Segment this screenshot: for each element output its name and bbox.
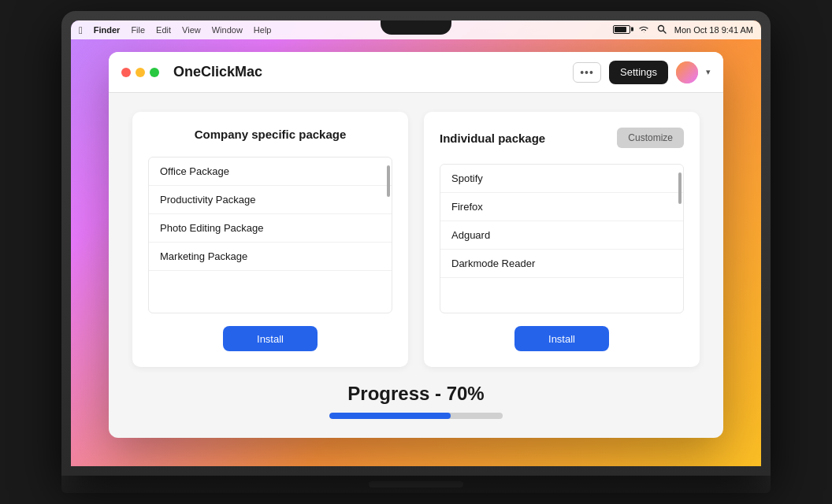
menubar-view[interactable]: View (182, 25, 201, 35)
individual-package-panel: Individual package Customize Spotify Fir… (424, 112, 700, 367)
progress-bar-fill (329, 413, 451, 419)
maximize-button[interactable] (150, 68, 159, 77)
close-button[interactable] (121, 68, 131, 77)
minimize-button[interactable] (136, 68, 145, 77)
wifi-icon (638, 24, 649, 35)
progress-section: Progress - 70% (132, 383, 700, 419)
apple-logo-icon:  (79, 24, 83, 36)
screen-bezel:  Finder File Edit View Window Help (71, 20, 761, 466)
menubar-window[interactable]: Window (212, 25, 243, 35)
list-item[interactable]: Firefox (440, 193, 683, 221)
list-item[interactable]: Photo Editing Package (149, 214, 392, 243)
main-content: Company specific package Office Package … (109, 93, 723, 438)
menubar-clock: Mon Oct 18 9:41 AM (674, 25, 753, 35)
individual-panel-header: Individual package Customize (440, 128, 684, 148)
list-item[interactable]: Adguard (440, 221, 683, 250)
macos-desktop:  Finder File Edit View Window Help (71, 20, 761, 466)
camera-notch (381, 20, 451, 35)
menubar-help[interactable]: Help (254, 25, 272, 35)
individual-package-list[interactable]: Spotify Firefox Adguard Darkmode Reader (440, 164, 684, 313)
company-panel-title: Company specific package (148, 128, 392, 141)
trackpad (369, 481, 463, 487)
avatar[interactable] (676, 61, 698, 83)
packages-row: Company specific package Office Package … (132, 112, 700, 367)
chevron-down-icon[interactable]: ▾ (706, 67, 711, 77)
customize-button[interactable]: Customize (617, 128, 684, 148)
settings-button[interactable]: Settings (609, 61, 668, 84)
scroll-indicator (678, 172, 682, 204)
list-item[interactable]: Darkmode Reader (440, 250, 683, 278)
list-item[interactable]: Marketing Package (149, 243, 392, 271)
menubar-edit[interactable]: Edit (156, 25, 171, 35)
menubar-app-name: Finder (94, 25, 121, 35)
list-item[interactable]: Office Package (149, 158, 392, 186)
menubar-file[interactable]: File (131, 25, 145, 35)
scroll-indicator (387, 165, 390, 197)
more-options-button[interactable]: ••• (573, 62, 601, 83)
app-title: OneClickMac (173, 64, 262, 80)
window-controls (121, 68, 159, 77)
list-item[interactable]: Spotify (440, 165, 683, 193)
search-icon[interactable] (657, 24, 667, 35)
svg-line-1 (663, 31, 666, 34)
app-window: OneClickMac ••• Settings ▾ (109, 52, 723, 438)
company-package-list[interactable]: Office Package Productivity Package Phot… (148, 157, 392, 313)
title-bar: OneClickMac ••• Settings ▾ (109, 52, 723, 93)
laptop-bottom (61, 476, 771, 493)
list-item[interactable]: Productivity Package (149, 186, 392, 214)
progress-title: Progress - 70% (347, 383, 484, 405)
progress-bar-container (329, 413, 503, 419)
company-install-button[interactable]: Install (223, 326, 318, 351)
individual-panel-title: Individual package (440, 132, 545, 145)
battery-status (613, 25, 630, 35)
individual-install-button[interactable]: Install (514, 326, 609, 351)
laptop-shell:  Finder File Edit View Window Help (61, 11, 771, 476)
company-package-panel: Company specific package Office Package … (132, 112, 408, 367)
